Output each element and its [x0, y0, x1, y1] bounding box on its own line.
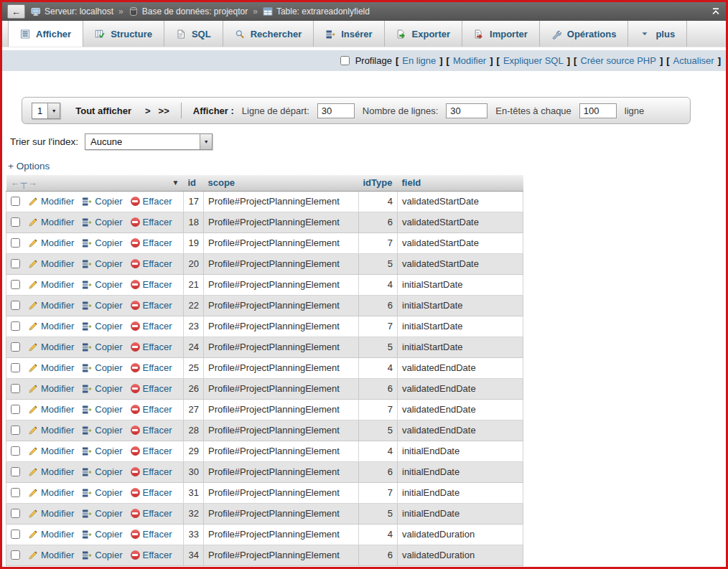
copy-link[interactable]: Copier	[82, 321, 122, 331]
delete-link[interactable]: Effacer	[131, 508, 172, 519]
column-header-field[interactable]: field	[398, 175, 523, 191]
profiling-link-modifier[interactable]: Modifier	[453, 55, 486, 66]
row-checkbox[interactable]	[11, 280, 20, 289]
breadcrumb-item[interactable]: Table: extrareadonlyfield	[263, 6, 370, 17]
edit-link[interactable]: Modifier	[28, 529, 74, 540]
show-all-link[interactable]: Tout afficher	[75, 105, 131, 116]
edit-link[interactable]: Modifier	[28, 321, 74, 331]
delete-link[interactable]: Effacer	[131, 279, 172, 290]
row-checkbox[interactable]	[11, 342, 20, 352]
row-checkbox[interactable]	[11, 446, 20, 456]
copy-link[interactable]: Copier	[82, 529, 122, 540]
tab-plus[interactable]: plus	[628, 21, 687, 47]
edit-link[interactable]: Modifier	[28, 425, 74, 436]
delete-link[interactable]: Effacer	[131, 258, 172, 269]
copy-link[interactable]: Copier	[82, 300, 122, 311]
header-options-icon[interactable]: ▼	[172, 179, 179, 187]
copy-link[interactable]: Copier	[82, 258, 122, 269]
delete-link[interactable]: Effacer	[131, 550, 172, 560]
row-checkbox[interactable]	[11, 384, 20, 393]
delete-link[interactable]: Effacer	[131, 446, 172, 456]
edit-link[interactable]: Modifier	[28, 342, 74, 352]
edit-link[interactable]: Modifier	[28, 446, 74, 456]
delete-link[interactable]: Effacer	[131, 487, 172, 498]
copy-link[interactable]: Copier	[82, 383, 122, 394]
copy-link[interactable]: Copier	[82, 238, 122, 248]
copy-link[interactable]: Copier	[82, 487, 122, 498]
copy-link[interactable]: Copier	[82, 404, 122, 415]
row-checkbox[interactable]	[11, 488, 20, 497]
copy-link[interactable]: Copier	[82, 508, 122, 519]
profiling-link-en-ligne[interactable]: En ligne	[402, 55, 436, 66]
tab-sql[interactable]: SQL	[164, 21, 223, 47]
tab-rechercher[interactable]: Rechercher	[223, 21, 314, 47]
edit-link[interactable]: Modifier	[28, 487, 74, 498]
row-checkbox[interactable]	[11, 405, 20, 414]
sort-index-select[interactable]: Aucune ▼	[85, 133, 213, 150]
edit-link[interactable]: Modifier	[28, 550, 74, 560]
edit-link[interactable]: Modifier	[28, 196, 74, 207]
column-actions-header[interactable]: ←┬→ ▼	[6, 175, 184, 191]
collapse-icon[interactable]	[711, 6, 721, 17]
last-page-link[interactable]: >>	[159, 105, 169, 116]
tab-structure[interactable]: Structure	[83, 21, 164, 47]
copy-link[interactable]: Copier	[82, 550, 122, 560]
row-checkbox[interactable]	[11, 217, 20, 227]
num-rows-input[interactable]	[446, 103, 487, 118]
delete-link[interactable]: Effacer	[131, 321, 172, 331]
tab-afficher[interactable]: Afficher	[8, 21, 83, 47]
delete-link[interactable]: Effacer	[131, 238, 172, 248]
headers-every-input[interactable]	[579, 103, 617, 118]
edit-link[interactable]: Modifier	[28, 258, 74, 269]
row-checkbox[interactable]	[11, 197, 20, 206]
start-row-input[interactable]	[317, 103, 355, 118]
delete-link[interactable]: Effacer	[131, 362, 172, 373]
profiling-checkbox[interactable]	[340, 56, 350, 65]
copy-link[interactable]: Copier	[82, 425, 122, 436]
delete-link[interactable]: Effacer	[131, 404, 172, 415]
delete-link[interactable]: Effacer	[131, 383, 172, 394]
profiling-link-cr-er-source-php[interactable]: Créer source PHP	[580, 55, 655, 66]
edit-link[interactable]: Modifier	[28, 508, 74, 519]
edit-link[interactable]: Modifier	[28, 383, 74, 394]
row-checkbox[interactable]	[11, 238, 20, 248]
row-checkbox[interactable]	[11, 321, 20, 331]
row-checkbox[interactable]	[11, 259, 20, 268]
breadcrumb-item[interactable]: Base de données: projeqtor	[129, 6, 248, 17]
edit-link[interactable]: Modifier	[28, 217, 74, 227]
edit-link[interactable]: Modifier	[28, 279, 74, 290]
delete-link[interactable]: Effacer	[131, 529, 172, 540]
column-header-id[interactable]: id	[184, 175, 204, 191]
copy-link[interactable]: Copier	[82, 446, 122, 456]
row-checkbox[interactable]	[11, 363, 20, 372]
row-checkbox[interactable]	[11, 550, 20, 560]
tab-oprations[interactable]: Opérations	[540, 21, 629, 47]
copy-link[interactable]: Copier	[82, 196, 122, 207]
delete-link[interactable]: Effacer	[131, 217, 172, 227]
copy-link[interactable]: Copier	[82, 466, 122, 477]
tab-importer[interactable]: Importer	[462, 21, 540, 47]
row-checkbox[interactable]	[11, 425, 20, 435]
back-button[interactable]: ←	[7, 4, 25, 19]
delete-link[interactable]: Effacer	[131, 425, 172, 436]
profiling-link-expliquer-sql[interactable]: Expliquer SQL	[503, 55, 564, 66]
copy-link[interactable]: Copier	[82, 342, 122, 352]
edit-link[interactable]: Modifier	[28, 300, 74, 311]
delete-link[interactable]: Effacer	[131, 300, 172, 311]
move-columns-icon[interactable]: ←┬→	[11, 177, 38, 188]
profiling-link-actualiser[interactable]: Actualiser	[673, 55, 714, 66]
copy-link[interactable]: Copier	[82, 279, 122, 290]
tab-exporter[interactable]: Exporter	[385, 21, 462, 47]
copy-link[interactable]: Copier	[82, 217, 122, 227]
options-toggle-link[interactable]: + Options	[8, 161, 50, 171]
delete-link[interactable]: Effacer	[131, 466, 172, 477]
edit-link[interactable]: Modifier	[28, 404, 74, 415]
delete-link[interactable]: Effacer	[131, 196, 172, 207]
edit-link[interactable]: Modifier	[28, 238, 74, 248]
row-checkbox[interactable]	[11, 509, 20, 518]
page-select[interactable]: 1 ▼	[32, 103, 60, 119]
tab-insrer[interactable]: Insérer	[314, 21, 384, 47]
delete-link[interactable]: Effacer	[131, 342, 172, 352]
column-header-idtype[interactable]: idType	[359, 175, 398, 191]
edit-link[interactable]: Modifier	[28, 362, 74, 373]
